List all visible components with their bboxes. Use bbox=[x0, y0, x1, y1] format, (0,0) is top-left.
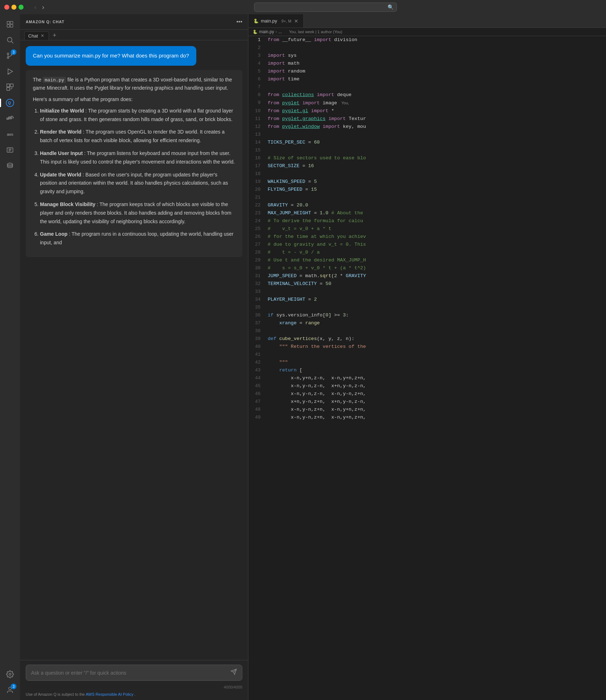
activity-item-run[interactable] bbox=[3, 64, 17, 79]
line-content bbox=[266, 83, 606, 91]
table-row: 17SECTOR_SIZE = 16 bbox=[248, 162, 606, 170]
line-number: 32 bbox=[248, 280, 266, 288]
line-number: 21 bbox=[248, 194, 266, 201]
char-count: 4000/4000 bbox=[224, 685, 242, 689]
editor-breadcrumb: 🐍 main.py › ... You, last week | 1 autho… bbox=[248, 28, 606, 36]
line-content bbox=[266, 146, 606, 154]
maximize-button[interactable] bbox=[19, 5, 24, 10]
line-content: FLYING_SPEED = 15 bbox=[266, 186, 606, 194]
line-content: """ bbox=[266, 359, 606, 366]
line-content bbox=[266, 194, 606, 201]
table-row: 7 bbox=[248, 83, 606, 91]
line-number: 3 bbox=[248, 52, 266, 60]
line-number: 6 bbox=[248, 75, 266, 83]
table-row: 25# v_t = v_0 + a * t bbox=[248, 225, 606, 233]
git-info: You, last week | 1 author (You) bbox=[289, 30, 342, 34]
table-row: 12from pyglet.window import key, mou bbox=[248, 123, 606, 131]
ai-list-item-3: Handle User Input : The program listens … bbox=[40, 149, 235, 166]
chat-input-box bbox=[26, 665, 242, 681]
table-row: 16# Size of sectors used to ease blo bbox=[248, 154, 606, 162]
line-content bbox=[266, 44, 606, 52]
activity-item-explorer[interactable] bbox=[3, 17, 17, 31]
responsible-ai-footer: Use of Amazon Q is subject to the AWS Re… bbox=[20, 692, 248, 700]
ai-intro-text: The main.py file is a Python program tha… bbox=[33, 76, 235, 93]
line-content: def cube_vertices(x, y, z, n): bbox=[266, 335, 606, 343]
nav-forward-button[interactable]: › bbox=[40, 3, 46, 12]
responsible-ai-link[interactable]: AWS Responsible AI Policy bbox=[86, 692, 133, 696]
table-row: 10from pyglet.gl import * bbox=[248, 107, 606, 115]
breadcrumb-filename[interactable]: main.py bbox=[259, 29, 274, 34]
editor-tab-main-py[interactable]: 🐍 main.py 9+, M ✕ bbox=[248, 14, 304, 28]
table-row: 26# for the time at which you achiev bbox=[248, 233, 606, 241]
close-button[interactable] bbox=[4, 5, 9, 10]
activity-item-docker[interactable] bbox=[3, 111, 17, 126]
line-number: 7 bbox=[248, 83, 266, 91]
chat-input[interactable] bbox=[31, 670, 228, 676]
table-row: 34PLAYER_HEIGHT = 2 bbox=[248, 296, 606, 304]
line-number: 37 bbox=[248, 319, 266, 327]
minimize-button[interactable] bbox=[11, 5, 16, 10]
table-row: 36if sys.version_info[0] >= 3: bbox=[248, 311, 606, 319]
line-number: 44 bbox=[248, 374, 266, 382]
line-content: WALKING_SPEED = 5 bbox=[266, 178, 606, 186]
footer-end: . bbox=[135, 692, 136, 696]
line-number: 42 bbox=[248, 359, 266, 366]
svg-rect-17 bbox=[7, 118, 8, 119]
traffic-lights bbox=[4, 5, 24, 10]
activity-item-account[interactable]: 3 bbox=[3, 683, 17, 697]
chat-tab-close-button[interactable]: ✕ bbox=[40, 34, 45, 38]
breadcrumb-separator: › bbox=[276, 29, 277, 34]
address-bar[interactable]: 🔍 bbox=[254, 2, 397, 12]
line-number: 30 bbox=[248, 264, 266, 272]
activity-item-amazon-q[interactable]: Q bbox=[3, 96, 17, 110]
svg-rect-2 bbox=[7, 25, 10, 27]
line-number: 45 bbox=[248, 382, 266, 390]
ai-message: The main.py file is a Python program tha… bbox=[26, 70, 242, 258]
svg-line-5 bbox=[11, 41, 13, 43]
chat-add-tab-button[interactable]: + bbox=[50, 31, 59, 40]
breadcrumb-more[interactable]: ... bbox=[278, 29, 282, 34]
line-content: TICKS_PER_SEC = 60 bbox=[266, 139, 606, 146]
svg-rect-13 bbox=[10, 84, 13, 87]
activity-item-source-control[interactable]: 3 bbox=[3, 49, 17, 63]
send-button[interactable] bbox=[231, 669, 237, 677]
line-content: TERMINAL_VELOCITY = 50 bbox=[266, 280, 606, 288]
line-number: 5 bbox=[248, 68, 266, 75]
code-editor[interactable]: 1from __future__ import division2 3impor… bbox=[248, 36, 606, 700]
table-row: 30# s = s_0 + v_0 * t + (a * t^2) bbox=[248, 264, 606, 272]
table-row: 33 bbox=[248, 288, 606, 296]
line-number: 49 bbox=[248, 414, 266, 421]
line-content: x-n,y-n,z-n, x+n,y-n,z-n, bbox=[266, 382, 606, 390]
table-row: 15 bbox=[248, 146, 606, 154]
activity-item-remote[interactable] bbox=[3, 143, 17, 157]
line-content: # for the time at which you achiev bbox=[266, 233, 606, 241]
activity-item-extensions[interactable] bbox=[3, 80, 17, 94]
ai-list-item-1: Initialize the World : The program start… bbox=[40, 107, 235, 124]
user-message-text: Can you summarize main.py for me? What d… bbox=[33, 52, 189, 59]
ai-intro-1: The bbox=[33, 77, 43, 82]
line-content bbox=[266, 288, 606, 296]
activity-item-search[interactable] bbox=[3, 33, 17, 47]
chat-header-title: AMAZON Q: CHAT bbox=[26, 20, 65, 24]
table-row: 43 return [ bbox=[248, 366, 606, 374]
svg-point-6 bbox=[7, 53, 9, 55]
chat-more-options-button[interactable]: ••• bbox=[236, 19, 242, 25]
line-number: 25 bbox=[248, 225, 266, 233]
line-number: 2 bbox=[248, 44, 266, 52]
editor-tab-close-button[interactable]: ✕ bbox=[294, 19, 298, 24]
table-row: 45 x-n,y-n,z-n, x+n,y-n,z-n, bbox=[248, 382, 606, 390]
chat-tab-main[interactable]: Chat ✕ bbox=[24, 31, 49, 40]
svg-rect-14 bbox=[7, 88, 10, 90]
table-row: 39def cube_vertices(x, y, z, n): bbox=[248, 335, 606, 343]
activity-item-settings[interactable] bbox=[3, 667, 17, 681]
table-row: 14TICKS_PER_SEC = 60 bbox=[248, 139, 606, 146]
activity-item-aws[interactable]: aws bbox=[3, 127, 17, 141]
line-number: 46 bbox=[248, 390, 266, 398]
nav-back-button[interactable]: ‹ bbox=[32, 3, 39, 12]
chat-footer: 4000/4000 bbox=[20, 684, 248, 692]
table-row: 9from pyglet import imageYou, bbox=[248, 99, 606, 107]
svg-rect-12 bbox=[7, 84, 10, 87]
line-content: if sys.version_info[0] >= 3: bbox=[266, 311, 606, 319]
svg-text:Q: Q bbox=[8, 101, 11, 105]
activity-item-database[interactable] bbox=[3, 159, 17, 173]
